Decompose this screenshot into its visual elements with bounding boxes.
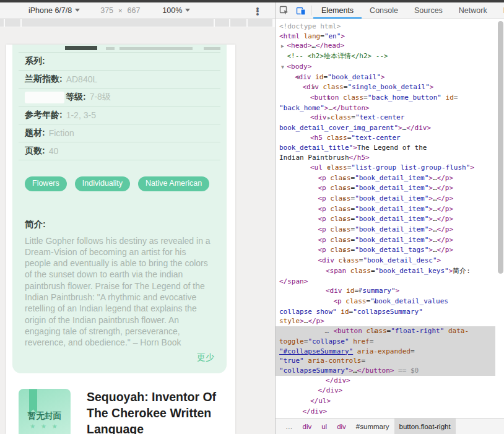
zoom-level: 100% <box>162 6 182 15</box>
browser-window: iPhone 6/7/8 375 × 667 100% ••• <box>0 0 504 434</box>
dom-node-line[interactable]: ▶<p class="book_detail_tags">…</p> <box>276 245 504 256</box>
zoom-select[interactable]: 100% <box>162 6 190 15</box>
dom-node-line[interactable]: <h5 class="text-center <box>276 133 504 144</box>
dom-node-line[interactable]: </span> <box>276 277 504 287</box>
dom-node-line[interactable]: <html lang="en"> <box>276 32 504 41</box>
viewport-width-value[interactable]: 375 <box>100 6 113 15</box>
expand-arrow-icon[interactable]: ▶ <box>327 297 334 307</box>
expand-arrow-icon[interactable]: ▶ <box>311 225 318 235</box>
dom-node-line[interactable]: book_detail_title">The Legend of the <box>276 143 504 153</box>
dom-node-selected[interactable]: "#collapseSummary" aria-expanded= <box>276 347 495 357</box>
collapse-arrow-icon[interactable]: ▼ <box>296 83 303 93</box>
dom-node-line[interactable]: </div> <box>276 386 504 396</box>
collapse-arrow-icon[interactable]: ▼ <box>319 287 326 297</box>
tab-sources[interactable]: Sources <box>406 2 451 19</box>
media-query-segment[interactable] <box>0 19 4 27</box>
expand-arrow-icon[interactable]: ▶ <box>311 174 318 184</box>
dom-node-line[interactable]: ▶<p class="book_detail_values <box>276 297 504 307</box>
expand-arrow-icon[interactable]: ▶ <box>303 93 310 103</box>
dom-node-line[interactable]: </ul> <box>276 396 504 407</box>
dom-node-line[interactable]: ▼<body> <box>276 62 504 72</box>
dom-node-line[interactable]: ▶<p class="book_detail_item">…</p> <box>276 173 504 184</box>
scrollbar-thumb[interactable] <box>498 21 503 274</box>
dom-node-selected[interactable]: "collapseSummary">…</button> == $0 <box>276 366 495 376</box>
media-query-segment[interactable] <box>215 19 229 27</box>
tab-performance[interactable]: Performance <box>495 2 504 19</box>
viewport-height-value[interactable]: 667 <box>128 6 141 15</box>
tag-pill[interactable]: Native American <box>138 176 209 191</box>
dom-node-line[interactable]: Indian Paintbrush</h5> <box>276 153 504 163</box>
dom-node-line[interactable]: <!-- <h2>绘本详情</h2> --> <box>276 51 504 62</box>
dom-node-selected[interactable]: ▶<button class="float-right" data-… <box>276 326 495 337</box>
collapse-arrow-icon[interactable]: ▼ <box>280 63 287 72</box>
media-query-segment[interactable] <box>230 19 246 27</box>
dom-node-line[interactable]: ▶<p class="book_detail_item">…</p> <box>276 214 504 225</box>
tab-elements[interactable]: Elements <box>313 2 362 19</box>
dom-node-line[interactable]: ▶<p class="book_detail_item">…</p> <box>276 194 504 204</box>
code-token: "book_detail_item" <box>355 194 428 202</box>
tag-pill[interactable]: Individuality <box>75 176 130 191</box>
dom-node-line[interactable]: </div> <box>276 407 504 417</box>
dom-node-line[interactable]: ▶<head>…</head> <box>276 41 504 51</box>
breadcrumb-item-div[interactable]: div <box>332 419 351 434</box>
dom-node-line[interactable]: ▶<p class="book_detail_item">…</p> <box>276 204 504 215</box>
next-book-title[interactable]: Sequoyah: Inventor Of The Cherokee Writt… <box>87 389 228 434</box>
dom-node-line[interactable]: ▼<div class="single_book_detail"> <box>276 82 504 93</box>
dom-node-line[interactable]: "back_home">…</button> <box>276 103 504 113</box>
dom-node-line[interactable]: ▶<div class="text-center <box>276 113 504 123</box>
code-token: aria-controls <box>304 357 362 365</box>
media-query-segment[interactable] <box>248 19 272 27</box>
dom-node-line[interactable]: style>…</p> <box>276 316 504 326</box>
inspect-element-icon[interactable] <box>276 2 292 19</box>
next-book-card[interactable]: 暂无封面 ★ ★ ★ Sequoyah: Inventor Of The Che… <box>6 373 235 434</box>
toggle-device-toolbar-icon[interactable] <box>292 2 309 19</box>
tag-pill[interactable]: Flowers <box>25 176 67 191</box>
media-query-segment[interactable] <box>5 19 20 27</box>
breadcrumb-item-[interactable]: … <box>280 419 298 434</box>
collapse-arrow-icon[interactable]: ▼ <box>288 73 295 83</box>
code-token: </p> <box>437 184 454 192</box>
node-options-dots-icon[interactable]: … <box>277 326 329 336</box>
media-query-segment[interactable] <box>22 19 214 27</box>
dom-node-line[interactable]: ▼<div id="summary"> <box>276 286 504 297</box>
dom-node-line[interactable]: <!doctype html> <box>276 22 504 32</box>
expand-arrow-icon[interactable]: ▶ <box>303 113 310 123</box>
media-query-bar[interactable] <box>0 19 275 27</box>
dom-node-line[interactable]: book_detail_cover_img_parent">…</div> <box>276 123 504 133</box>
device-select[interactable]: iPhone 6/7/8 <box>28 6 80 15</box>
code-token: id <box>337 308 349 316</box>
expand-arrow-icon[interactable]: ▶ <box>311 215 318 225</box>
code-token: href <box>349 337 370 345</box>
breadcrumb-item-button.floatright[interactable]: button.float-right <box>394 419 456 434</box>
expand-arrow-icon[interactable]: ▶ <box>311 194 318 204</box>
more-options-icon[interactable]: ••• <box>253 6 262 15</box>
expand-arrow-icon[interactable]: ▶ <box>311 246 318 256</box>
expand-arrow-icon[interactable]: ▶ <box>311 236 318 246</box>
dom-node-line[interactable]: ▶<p class="book_detail_item">…</p> <box>276 235 504 246</box>
dom-node-line[interactable]: ▼<div class="book_detail_desc"> <box>276 256 504 266</box>
dom-node-line[interactable]: <span class="book_detail_keys">简介: <box>276 266 504 277</box>
expand-arrow-icon[interactable]: ▶ <box>311 205 318 215</box>
code-token: "book_detail_item" <box>355 236 428 244</box>
breadcrumb-item-ul[interactable]: ul <box>316 419 332 434</box>
tab-network[interactable]: Network <box>451 2 495 19</box>
dom-node-selected[interactable]: "true" aria-controls= <box>276 356 495 366</box>
expand-arrow-icon[interactable]: ▶ <box>311 184 318 194</box>
expand-arrow-icon[interactable]: ▶ <box>280 41 287 51</box>
href-link[interactable]: "#collapseSummary" <box>279 347 353 355</box>
dom-node-line[interactable]: ▶<p class="book_detail_item">…</p> <box>276 183 504 194</box>
dom-node-line[interactable]: ▼<ul class="list-group list-group-flush"… <box>276 163 504 173</box>
collapse-summary-link[interactable]: 更少 <box>25 352 214 363</box>
code-token: </p> <box>437 194 454 202</box>
breadcrumb-item-#summary[interactable]: #summary <box>351 419 394 434</box>
collapse-arrow-icon[interactable]: ▼ <box>311 256 318 266</box>
dom-node-line[interactable]: ▼<div id="book_detail"> <box>276 72 504 83</box>
collapse-arrow-icon[interactable]: ▼ <box>303 163 310 173</box>
dom-node-line[interactable]: ▶<p class="book_detail_item">…</p> <box>276 225 504 235</box>
dom-node-line[interactable]: </div> <box>276 376 504 386</box>
breadcrumb-item-div[interactable]: div <box>298 419 317 434</box>
dom-node-line[interactable]: collapse show" id="collapseSummary" <box>276 307 504 317</box>
tab-console[interactable]: Console <box>362 2 406 19</box>
dom-node-line[interactable]: ▶<button class="back_home_button" id= <box>276 93 504 103</box>
dom-node-selected[interactable]: toggle="collapse" href= <box>276 337 495 347</box>
